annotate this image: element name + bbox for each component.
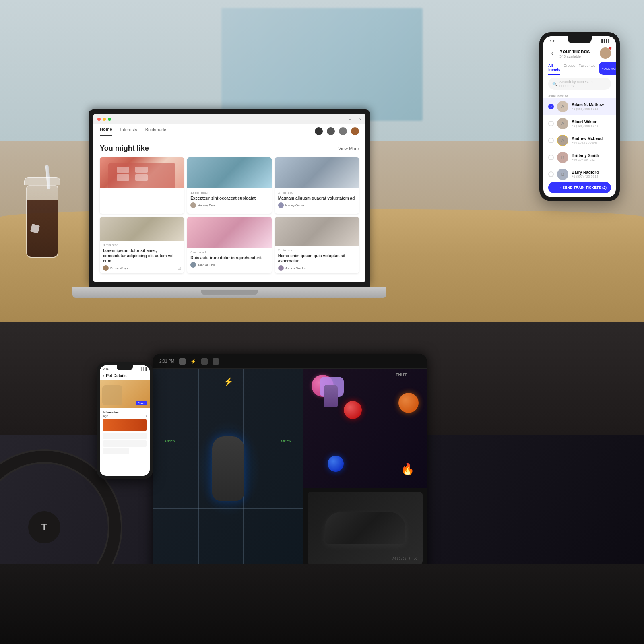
friend-phone-brittany: +46 207 094052 [572,158,611,161]
card-2-body: 13 min read Excepteur sint occaecat cupi… [187,188,271,214]
tesla-game-area[interactable]: 🔥 THUT [303,369,427,488]
user-avatar[interactable] [351,127,359,135]
tab-interests[interactable]: Interests [120,127,137,135]
friend-item-andrew[interactable]: A Andrew McLeod +44 1622 765698 [543,132,616,149]
friend-item-albert[interactable]: A Albert Wilson +1 (425) 555-5146 [543,115,616,132]
pet-row-2 [103,440,147,447]
tab-all-friends[interactable]: All friends [548,62,560,75]
titlebar-box[interactable]: □ [354,117,356,121]
tesla-right-panel: 🔥 THUT MODEL S [303,369,427,568]
phone-header-title: Your friends 345 available [559,48,597,58]
phone-subtitle: 345 available [559,54,597,58]
friend-name-barry: Barry Radford [572,170,611,175]
card-6-author-name: James Gordon [285,266,306,270]
friend-checkbox-adam[interactable] [548,104,554,109]
card-2[interactable]: 13 min read Excepteur sint occaecat cupi… [187,157,271,214]
friend-checkbox-barry[interactable] [548,171,554,177]
laptop-screen-container: − □ × Home Interests Bookmarks [89,109,370,287]
pet-back-button[interactable]: ‹ [103,374,104,378]
friend-avatar-andrew: A [557,135,568,146]
friend-info-brittany: Brittany Smith +46 207 094052 [572,153,611,161]
pet-section-information: Information [103,411,147,414]
card-4-bookmark[interactable]: ⊿ [178,265,182,271]
minimize-dot[interactable] [103,118,106,121]
tesla-map-area[interactable]: ⚡ OPEN OPEN [153,369,303,568]
friend-name-adam: Adam N. Mathew [572,103,611,107]
tesla-screen-container[interactable]: 2:01 PM ⚡ ⚡ [153,354,427,588]
card-2-author-name: Harvey Dent [198,204,215,207]
send-train-tickets-button[interactable]: → → SEND TRAIN TICKETS (2) [548,182,611,193]
header-avatar [600,47,611,59]
back-button[interactable]: ‹ [548,49,556,57]
tab-groups[interactable]: Groups [564,62,576,75]
friend-info-barry: Barry Radford +1 (555) 425-5114 [572,170,611,178]
send-button-label: → SEND TRAIN TICKETS (2) [558,186,607,190]
friend-checkbox-albert[interactable] [548,121,554,126]
phone-screen: 9:41 ▐▐▐▐ ‹ Your friends 345 available A… [543,36,616,197]
card-2-author: Harvey Dent [190,202,268,208]
card-1[interactable] [100,157,184,214]
tesla-car-info: MODEL S [303,488,427,568]
card-4-image [100,217,184,241]
search-icon[interactable] [315,127,323,135]
tesla-time: 2:01 PM [159,359,174,363]
close-dot[interactable] [97,118,101,121]
card-6[interactable]: 2 min read Nemo enim ipsam quia voluptas… [275,217,359,273]
card-5-title: Duis aute irure dolor in reprehenderit [190,255,268,260]
steering-hub: T [28,511,60,543]
phone-header: ‹ Your friends 345 available [543,46,616,62]
search-bar[interactable]: 🔍 Search by names and numbers [548,78,611,90]
friend-item-adam[interactable]: A Adam N. Mathew +1 (555) 555-5114 [543,98,616,115]
cards-grid: 13 min read Excepteur sint occaecat cupi… [100,157,359,273]
card-5[interactable]: 6 min read Duis aute irure dolor in repr… [187,217,271,273]
background-window [221,8,423,121]
pet-details-phone: 9:41 ▐▐▐ ‹ Pet Details Jerry Information [97,362,153,479]
view-more-link[interactable]: View More [338,146,359,151]
cup-lid [24,177,60,185]
card-3-title: Magnam aliquam quaerat voluptatem ad [278,196,356,201]
friend-info-adam: Adam N. Mathew +1 (555) 555-5114 [572,103,611,111]
pet-orange-bar [103,419,147,431]
friend-item-barry[interactable]: B Barry Radford +1 (555) 425-5114 [543,166,616,180]
titlebar-minus[interactable]: − [349,117,351,121]
friend-name-albert: Albert Wilson [572,120,611,124]
pet-row-3 [103,448,129,454]
card-3[interactable]: 3 min read Magnam aliquam quaerat volupt… [275,157,359,214]
pet-phone-notch [117,365,133,370]
phone-friends-app: 9:41 ▐▐▐▐ ‹ Your friends 345 available A… [539,32,620,201]
door-front-right-label: OPEN [281,439,292,443]
card-6-image [275,217,359,246]
friend-item-brittany[interactable]: B Brittany Smith +46 207 094052 [543,149,616,166]
maximize-dot[interactable] [108,118,111,121]
card-6-meta: 2 min read [278,248,356,252]
notification-icon[interactable] [327,127,335,135]
game-ball-blue [328,456,344,472]
pet-header: ‹ Pet Details [100,372,150,380]
card-5-author: Talia al Ghul [190,262,268,268]
top-scene: − □ × Home Interests Bookmarks [0,0,644,322]
card-6-body: 2 min read Nemo enim ipsam quia voluptas… [275,246,359,273]
tesla-signal-icon [179,358,186,365]
pet-phone-time: 9:41 [103,367,109,370]
friend-checkbox-brittany[interactable] [548,155,554,160]
tab-home[interactable]: Home [100,127,112,136]
tesla-wifi-icon [201,358,208,365]
add-more-button[interactable]: + ADD MORE [599,62,616,75]
titlebar-x[interactable]: × [359,117,361,121]
card-5-image [187,217,271,248]
pet-age-row: Age 3 [103,415,147,417]
friend-phone-adam: +1 (555) 555-5114 [572,107,611,111]
card-4[interactable]: 9 min read Lorem ipsum dolor sit amet, c… [100,217,184,273]
card-3-author: Harley Quinn [278,202,356,208]
tab-bookmarks[interactable]: Bookmarks [145,127,167,135]
friend-checkbox-andrew[interactable] [548,138,554,143]
search-placeholder: Search by names and numbers [559,80,607,88]
friend-avatar-brittany: B [557,152,568,163]
phone-title: Your friends [559,48,597,54]
add-icon[interactable] [339,127,347,135]
pet-top-card: Jerry [100,380,150,408]
tesla-status-bar: 2:01 PM ⚡ [153,354,427,369]
tab-favourites[interactable]: Favourites [579,62,596,75]
card-2-title: Excepteur sint occaecat cupidatat [190,196,268,201]
app-main: You might like View More [93,138,365,282]
